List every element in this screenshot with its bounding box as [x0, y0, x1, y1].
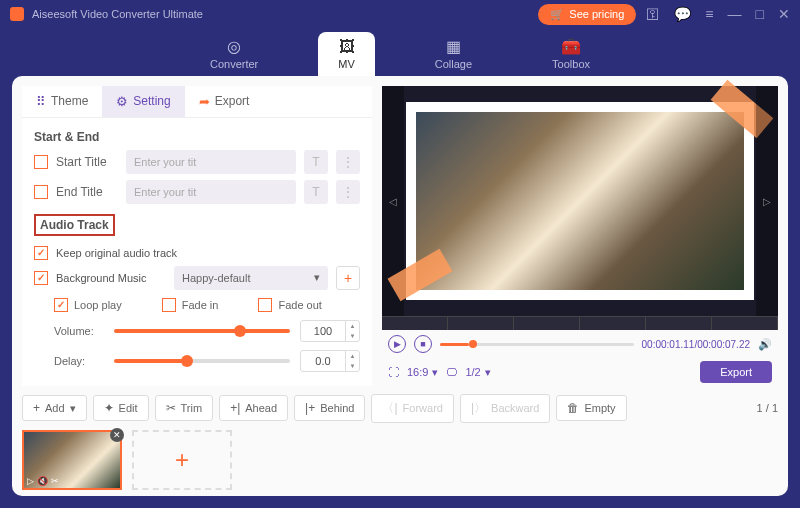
crop-icon[interactable]: ⛶: [388, 366, 399, 378]
progress-bar[interactable]: [440, 343, 634, 346]
loop-play-checkbox[interactable]: [54, 298, 68, 312]
bg-music-checkbox[interactable]: [34, 271, 48, 285]
volume-label: Volume:: [54, 325, 104, 337]
edit-label: Edit: [119, 402, 138, 414]
add-clip-placeholder[interactable]: +: [132, 430, 232, 490]
volume-row: Volume: 100▲▼: [54, 320, 360, 342]
tab-setting[interactable]: ⚙Setting: [102, 86, 184, 117]
add-button[interactable]: +Add▾: [22, 395, 87, 421]
behind-button[interactable]: |+Behind: [294, 395, 365, 421]
start-title-row: Start Title Enter your tit T ⋮: [34, 150, 360, 174]
nav-collage[interactable]: ▦ Collage: [415, 31, 492, 76]
filmstrip[interactable]: [382, 316, 778, 330]
volume-value: 100: [314, 325, 332, 337]
ahead-button[interactable]: +|Ahead: [219, 395, 288, 421]
delay-spinner[interactable]: ▲▼: [345, 351, 359, 371]
text-extra-button-2[interactable]: ⋮: [336, 180, 360, 204]
close-icon[interactable]: ✕: [778, 6, 790, 22]
fade-out-checkbox[interactable]: [258, 298, 272, 312]
nav-collage-label: Collage: [435, 58, 472, 70]
start-end-heading: Start & End: [34, 130, 360, 144]
start-title-checkbox[interactable]: [34, 155, 48, 169]
fade-out-option[interactable]: Fade out: [258, 298, 321, 312]
screen-icon[interactable]: 🖵: [446, 366, 457, 378]
end-title-checkbox[interactable]: [34, 185, 48, 199]
menu-icon[interactable]: ≡: [705, 6, 713, 22]
forward-button[interactable]: 〈|Forward: [371, 394, 453, 423]
see-pricing-button[interactable]: 🛒 See pricing: [538, 4, 636, 25]
delay-thumb[interactable]: [181, 355, 193, 367]
nav-mv[interactable]: 🖼 MV: [318, 32, 375, 76]
bg-music-label: Background Music: [56, 272, 166, 284]
volume-icon[interactable]: 🔊: [758, 338, 772, 351]
upper-area: ⠿Theme ⚙Setting ➦Export Start & End Star…: [22, 86, 778, 386]
play-mini-icon[interactable]: ▷: [27, 476, 34, 486]
text-style-button-2[interactable]: T: [304, 180, 328, 204]
tab-theme[interactable]: ⠿Theme: [22, 86, 102, 117]
end-title-input[interactable]: Enter your tit: [126, 180, 296, 204]
volume-thumb[interactable]: [234, 325, 246, 337]
chevron-down-icon: ▾: [70, 402, 76, 415]
aspect-dropdown[interactable]: 16:9▾: [407, 366, 438, 379]
video-frame: [406, 102, 754, 300]
start-title-input[interactable]: Enter your tit: [126, 150, 296, 174]
export-icon: ➦: [199, 94, 210, 109]
clip-thumbnail[interactable]: ✕ ▷🔇✂: [22, 430, 122, 490]
text-style-button[interactable]: T: [304, 150, 328, 174]
keep-original-label: Keep original audio track: [56, 247, 177, 259]
window-controls: ⚿ 💬 ≡ — □ ✕: [646, 6, 790, 22]
delay-input[interactable]: 0.0▲▼: [300, 350, 360, 372]
play-button[interactable]: ▶: [388, 335, 406, 353]
mv-icon: 🖼: [339, 38, 355, 56]
bg-music-dropdown[interactable]: Happy-default▾: [174, 266, 328, 290]
stop-button[interactable]: ■: [414, 335, 432, 353]
add-music-button[interactable]: +: [336, 266, 360, 290]
scale-dropdown[interactable]: 1/2▾: [465, 366, 490, 379]
text-extra-button[interactable]: ⋮: [336, 150, 360, 174]
fade-in-checkbox[interactable]: [162, 298, 176, 312]
fade-in-option[interactable]: Fade in: [162, 298, 219, 312]
chevron-down-icon: ▾: [432, 366, 438, 379]
fade-out-label: Fade out: [278, 299, 321, 311]
settings-body: Start & End Start Title Enter your tit T…: [22, 118, 372, 386]
add-label: Add: [45, 402, 65, 414]
fade-in-label: Fade in: [182, 299, 219, 311]
minimize-icon[interactable]: —: [728, 6, 742, 22]
see-pricing-label: See pricing: [569, 8, 624, 20]
gear-icon: ⚙: [116, 94, 128, 109]
playback-options: Loop play Fade in Fade out: [54, 298, 360, 312]
end-title-row: End Title Enter your tit T ⋮: [34, 180, 360, 204]
export-button[interactable]: Export: [700, 361, 772, 383]
forward-icon: 〈|: [382, 400, 397, 417]
remove-clip-icon[interactable]: ✕: [110, 428, 124, 442]
edit-button[interactable]: ✦Edit: [93, 395, 149, 421]
trim-button[interactable]: ✂Trim: [155, 395, 214, 421]
backward-button[interactable]: |〉Backward: [460, 394, 550, 423]
delay-slider[interactable]: [114, 359, 290, 363]
progress-thumb[interactable]: [469, 340, 477, 348]
forward-label: Forward: [403, 402, 443, 414]
volume-slider[interactable]: [114, 329, 290, 333]
key-icon[interactable]: ⚿: [646, 6, 660, 22]
loop-play-option[interactable]: Loop play: [54, 298, 122, 312]
trash-icon: 🗑: [567, 401, 579, 415]
mute-mini-icon[interactable]: 🔇: [37, 476, 48, 486]
keep-original-checkbox[interactable]: [34, 246, 48, 260]
workspace: ⠿Theme ⚙Setting ➦Export Start & End Star…: [12, 76, 788, 496]
keep-original-row: Keep original audio track: [34, 246, 360, 260]
volume-spinner[interactable]: ▲▼: [345, 321, 359, 341]
volume-input[interactable]: 100▲▼: [300, 320, 360, 342]
playback-controls: ▶ ■ 00:00:01.11/00:00:07.22 🔊: [382, 330, 778, 358]
nav-converter[interactable]: ◎ Converter: [190, 31, 278, 76]
tab-setting-label: Setting: [133, 94, 170, 108]
next-clip-button[interactable]: ▷: [756, 86, 778, 316]
tab-export[interactable]: ➦Export: [185, 86, 264, 117]
feedback-icon[interactable]: 💬: [674, 6, 691, 22]
empty-button[interactable]: 🗑Empty: [556, 395, 626, 421]
wand-icon: ✦: [104, 401, 114, 415]
trim-mini-icon[interactable]: ✂: [51, 476, 59, 486]
nav-converter-label: Converter: [210, 58, 258, 70]
nav-toolbox[interactable]: 🧰 Toolbox: [532, 31, 610, 76]
scissors-icon: ✂: [166, 401, 176, 415]
maximize-icon[interactable]: □: [756, 6, 764, 22]
